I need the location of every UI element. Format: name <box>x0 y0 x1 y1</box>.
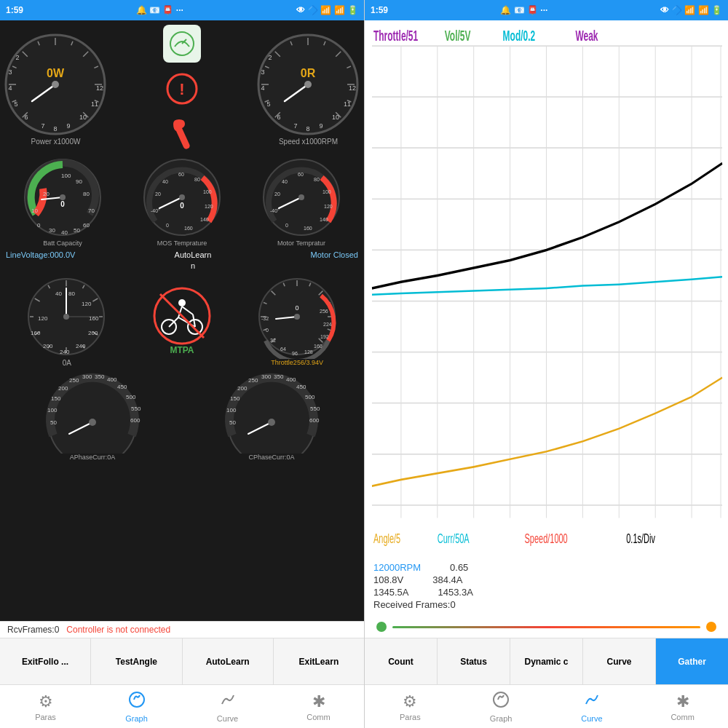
aphase-label: APhaseCurr:0A <box>70 454 116 461</box>
tab-status[interactable]: Status <box>438 638 510 684</box>
top-gauges-row: 2 3 4 5 6 7 8 9 10 11 12 0W P <box>0 20 364 154</box>
svg-text:192: 192 <box>320 334 329 339</box>
aphase-gauge: 50 100 150 200 250 300 350 400 450 500 5… <box>40 370 146 461</box>
svg-text:100: 100 <box>323 189 331 194</box>
exit-follo-button[interactable]: ExitFollo ... <box>0 638 91 684</box>
power-gauge: 2 3 4 5 6 7 8 9 10 11 12 0W P <box>3 32 108 146</box>
cphase-label: CPhaseCurr:0A <box>248 454 294 461</box>
stat-2-left: 1345.5A <box>373 587 408 598</box>
svg-text:20: 20 <box>155 191 161 197</box>
slider-track[interactable] <box>392 626 700 628</box>
svg-text:60: 60 <box>178 172 184 177</box>
action-buttons: ExitFollo ... TestAngle AutoLearn ExitLe… <box>0 638 364 684</box>
svg-text:20: 20 <box>274 191 280 197</box>
zero-amp: 0A <box>63 359 71 367</box>
svg-text:Throttle/51: Throttle/51 <box>373 28 419 44</box>
svg-text:4: 4 <box>8 84 12 92</box>
motor-closed: Motor Closed <box>311 250 358 261</box>
svg-text:350: 350 <box>274 373 284 380</box>
svg-text:32: 32 <box>270 338 276 343</box>
svg-text:-32: -32 <box>261 316 269 321</box>
tab-dynamic[interactable]: Dynamic c <box>510 638 583 684</box>
tab-count[interactable]: Count <box>365 638 438 684</box>
svg-text:80: 80 <box>314 177 320 182</box>
tabs-row: Count Status Dynamic c Curve Gather <box>365 638 728 684</box>
svg-text:550: 550 <box>131 405 141 412</box>
mos-label: MOS Temprature <box>157 240 207 247</box>
svg-text:240: 240 <box>60 349 70 355</box>
svg-text:Speed/1000: Speed/1000 <box>525 531 568 546</box>
speed-icon-badge <box>163 25 201 63</box>
svg-text:100: 100 <box>61 173 71 179</box>
tab-gather[interactable]: Gather <box>656 638 728 684</box>
svg-text:600: 600 <box>130 417 141 424</box>
auto-learn-button[interactable]: AutoLearn <box>183 638 274 684</box>
svg-text:12: 12 <box>96 84 103 92</box>
svg-text:0: 0 <box>295 304 298 312</box>
svg-text:400: 400 <box>107 376 117 383</box>
nav-curve-right[interactable]: Curve <box>547 685 638 728</box>
svg-text:9: 9 <box>319 122 323 130</box>
motor-gauge: -40° 20 40 60 80 100 120 140 160 0 Motor… <box>260 156 344 247</box>
svg-text:150: 150 <box>51 395 61 402</box>
nav-paras-left[interactable]: ⚙ Paras <box>0 685 91 728</box>
nav-curve-left[interactable]: Curve <box>182 685 273 728</box>
throttle-label: Throttle256/3.94V <box>271 359 323 366</box>
gear-icon-right: ⚙ <box>403 692 417 711</box>
svg-text:250: 250 <box>69 377 79 384</box>
svg-text:30: 30 <box>49 227 55 234</box>
stat-0-right: 0.65 <box>450 562 468 573</box>
svg-line-134 <box>182 306 193 314</box>
svg-text:200: 200 <box>58 385 68 392</box>
nav-paras-right[interactable]: ⚙ Paras <box>365 685 456 728</box>
svg-text:4: 4 <box>261 84 264 92</box>
svg-text:Curr/50A: Curr/50A <box>438 531 470 546</box>
svg-text:120: 120 <box>205 204 213 209</box>
svg-text:64: 64 <box>280 347 286 352</box>
connectivity-icons-left: 👁 🔷 📶 📶 🔋 <box>296 5 358 15</box>
stat-2-right: 1453.3A <box>438 587 472 598</box>
tool-icon-badge <box>163 115 201 153</box>
mtpa-section: MTPA <box>153 287 211 355</box>
left-panel: 1:59 🔔 📧 📮 ··· 👁 🔷 📶 📶 🔋 <box>0 0 364 728</box>
tab-curve[interactable]: Curve <box>583 638 656 684</box>
svg-text:0: 0 <box>60 200 65 208</box>
nav-comm-label-left: Comm <box>306 713 330 721</box>
nav-graph-left[interactable]: Graph <box>91 685 182 728</box>
slider-dot-orange[interactable] <box>706 622 716 632</box>
svg-text:-40°: -40° <box>270 208 280 213</box>
status-icons-right: 🔔 📧 📮 ··· <box>500 5 547 15</box>
svg-text:50: 50 <box>50 419 57 426</box>
nav-graph-label-right: Graph <box>490 714 513 723</box>
throttle-gauge: -32 0 32 64 96 128 160 192 224 256 0 Thr… <box>256 275 339 366</box>
svg-text:160: 160 <box>89 315 99 322</box>
svg-text:Mod/0.2: Mod/0.2 <box>503 28 536 44</box>
exit-learn-button[interactable]: ExitLearn <box>274 638 364 684</box>
svg-text:80: 80 <box>68 290 75 297</box>
svg-text:2: 2 <box>15 54 19 61</box>
test-angle-button[interactable]: TestAngle <box>91 638 182 684</box>
svg-text:250: 250 <box>248 377 258 384</box>
svg-text:Angle/5: Angle/5 <box>373 531 400 546</box>
stat-row-1: 108.8V 384.4A <box>373 574 719 585</box>
svg-text:550: 550 <box>310 405 320 412</box>
rcv-row: RcvFrames:0 Controller is not connected <box>0 621 364 638</box>
slider-dot-green[interactable] <box>376 622 387 632</box>
svg-point-193 <box>268 419 275 426</box>
nav-graph-right[interactable]: Graph <box>456 685 547 728</box>
svg-text:80: 80 <box>194 177 200 182</box>
nav-bar-left: ⚙ Paras Graph Curve ✱ Comm <box>0 684 364 728</box>
svg-text:224: 224 <box>323 322 332 327</box>
svg-text:10: 10 <box>31 207 38 214</box>
svg-point-194 <box>130 692 144 707</box>
time-right: 1:59 <box>371 5 388 15</box>
stat-row-3: Received Frames:0 <box>373 599 719 610</box>
svg-text:70: 70 <box>88 207 95 214</box>
svg-text:200: 200 <box>43 343 53 349</box>
svg-text:200: 200 <box>88 330 98 336</box>
bluetooth-icon-left: ✱ <box>312 692 325 711</box>
svg-text:Vol/5V: Vol/5V <box>445 28 471 44</box>
svg-text:0.1s/Div: 0.1s/Div <box>626 531 655 546</box>
nav-comm-left[interactable]: ✱ Comm <box>273 685 364 728</box>
nav-comm-right[interactable]: ✱ Comm <box>637 685 728 728</box>
